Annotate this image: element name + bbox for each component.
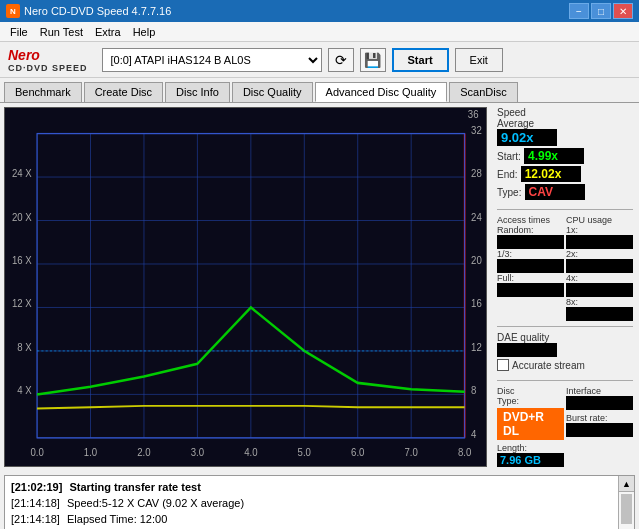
burst-value: [566, 423, 633, 437]
log-area: [21:02:19] Starting transfer rate test […: [4, 475, 635, 529]
tab-scan-disc[interactable]: ScanDisc: [449, 82, 517, 102]
svg-text:4: 4: [471, 427, 476, 440]
tab-benchmark[interactable]: Benchmark: [4, 82, 82, 102]
tab-bar: Benchmark Create Disc Disc Info Disc Qua…: [0, 78, 639, 103]
cpu-label: CPU usage: [566, 215, 633, 225]
interface-label: Interface: [566, 386, 633, 396]
log-time-2: [21:14:18]: [11, 513, 60, 525]
one-third-label: 1/3:: [497, 249, 564, 259]
scrollbar-up-button[interactable]: ▲: [619, 476, 634, 492]
svg-text:36: 36: [468, 108, 479, 120]
tab-advanced-disc-quality[interactable]: Advanced Disc Quality: [315, 82, 448, 102]
end-value: 12.02x: [521, 166, 581, 182]
log-text-0: Starting transfer rate test: [69, 481, 200, 493]
cpu-4x-label: 4x:: [566, 273, 633, 283]
log-text-1: Speed:5-12 X CAV (9.02 X average): [67, 497, 244, 509]
titlebar: N Nero CD-DVD Speed 4.7.7.16 − □ ✕: [0, 0, 639, 22]
dae-section: DAE quality Accurate stream: [497, 332, 633, 371]
svg-text:32: 32: [471, 123, 482, 136]
svg-text:8: 8: [471, 384, 476, 397]
menu-extra[interactable]: Extra: [89, 24, 127, 40]
titlebar-title: Nero CD-DVD Speed 4.7.7.16: [24, 5, 171, 17]
interface-block: Interface Burst rate:: [566, 386, 633, 467]
disc-length-value: 7.96 GB: [497, 453, 564, 467]
start-button[interactable]: Start: [392, 48, 449, 72]
cpu-usage-block: CPU usage 1x: 2x: 4x: 8x:: [566, 215, 633, 321]
disc-label: Disc: [497, 386, 564, 396]
log-time-1: [21:14:18]: [11, 497, 60, 509]
disc-block: Disc Type: DVD+R DL Length: 7.96 GB: [497, 386, 564, 467]
average-value: 9.02x: [497, 129, 557, 146]
burst-label: Burst rate:: [566, 413, 633, 423]
log-scrollbar[interactable]: ▲ ▼: [618, 476, 634, 529]
refresh-button[interactable]: ⟳: [328, 48, 354, 72]
menu-help[interactable]: Help: [127, 24, 162, 40]
accurate-stream-row: Accurate stream: [497, 359, 633, 371]
tab-create-disc[interactable]: Create Disc: [84, 82, 163, 102]
minimize-button[interactable]: −: [569, 3, 589, 19]
random-value: [497, 235, 564, 249]
cpu-8x-label: 8x:: [566, 297, 633, 307]
speed-section: Speed Average 9.02x Start: 4.99x End: 12…: [497, 107, 633, 200]
disc-type-label: Type:: [497, 396, 564, 406]
start-label: Start:: [497, 151, 521, 162]
tab-disc-quality[interactable]: Disc Quality: [232, 82, 313, 102]
svg-text:4.0: 4.0: [244, 445, 257, 458]
menu-file[interactable]: File: [4, 24, 34, 40]
svg-text:12: 12: [471, 340, 482, 353]
save-button[interactable]: 💾: [360, 48, 386, 72]
full-label: Full:: [497, 273, 564, 283]
svg-text:6.0: 6.0: [351, 445, 364, 458]
speed-label: Speed: [497, 107, 633, 118]
svg-text:20 X: 20 X: [12, 210, 32, 223]
svg-text:5.0: 5.0: [298, 445, 311, 458]
scrollbar-track: [619, 492, 634, 529]
cpu-2x-label: 2x:: [566, 249, 633, 259]
random-label: Random:: [497, 225, 564, 235]
svg-text:24 X: 24 X: [12, 166, 32, 179]
tab-disc-info[interactable]: Disc Info: [165, 82, 230, 102]
log-row-0: [21:02:19] Starting transfer rate test: [11, 479, 628, 495]
log-time-0: [21:02:19]: [11, 481, 62, 493]
exit-button[interactable]: Exit: [455, 48, 503, 72]
svg-text:4 X: 4 X: [17, 384, 31, 397]
accurate-stream-checkbox[interactable]: [497, 359, 509, 371]
svg-text:16 X: 16 X: [12, 253, 32, 266]
main-section: 4 X 8 X 12 X 16 X 20 X 24 X 4 8 12 16 20…: [0, 103, 639, 471]
menubar: File Run Test Extra Help: [0, 22, 639, 42]
accurate-stream-label: Accurate stream: [512, 360, 585, 371]
log-content: [21:02:19] Starting transfer rate test […: [5, 476, 634, 529]
app-icon: N: [6, 4, 20, 18]
svg-text:24: 24: [471, 210, 482, 223]
log-row-1: [21:14:18] Speed:5-12 X CAV (9.02 X aver…: [11, 495, 628, 511]
nero-logo: Nero CD·DVD SPEED: [8, 47, 88, 73]
nero-brand-top: Nero: [8, 47, 40, 63]
svg-text:16: 16: [471, 297, 482, 310]
dae-label: DAE quality: [497, 332, 633, 343]
svg-text:2.0: 2.0: [137, 445, 150, 458]
svg-text:28: 28: [471, 166, 482, 179]
titlebar-controls[interactable]: − □ ✕: [569, 3, 633, 19]
cpu-2x-value: [566, 259, 633, 273]
content-area: 4 X 8 X 12 X 16 X 20 X 24 X 4 8 12 16 20…: [0, 103, 639, 529]
menu-run-test[interactable]: Run Test: [34, 24, 89, 40]
start-value: 4.99x: [524, 148, 584, 164]
toolbar: Nero CD·DVD SPEED [0:0] ATAPI iHAS124 B …: [0, 42, 639, 78]
svg-rect-0: [5, 108, 486, 466]
cpu-1x-value: [566, 235, 633, 249]
cpu-8x-value: [566, 307, 633, 321]
maximize-button[interactable]: □: [591, 3, 611, 19]
disc-length-label: Length:: [497, 443, 564, 453]
end-label: End:: [497, 169, 518, 180]
svg-text:8.0: 8.0: [458, 445, 471, 458]
svg-text:8 X: 8 X: [17, 340, 31, 353]
disc-type-badge: DVD+R DL: [497, 408, 564, 440]
svg-text:3.0: 3.0: [191, 445, 204, 458]
close-button[interactable]: ✕: [613, 3, 633, 19]
drive-selector[interactable]: [0:0] ATAPI iHAS124 B AL0S: [102, 48, 322, 72]
scrollbar-thumb[interactable]: [621, 494, 632, 524]
cpu-1x-label: 1x:: [566, 225, 633, 235]
disc-interface-section: Disc Type: DVD+R DL Length: 7.96 GB Inte…: [497, 386, 633, 467]
one-third-value: [497, 259, 564, 273]
svg-text:1.0: 1.0: [84, 445, 97, 458]
